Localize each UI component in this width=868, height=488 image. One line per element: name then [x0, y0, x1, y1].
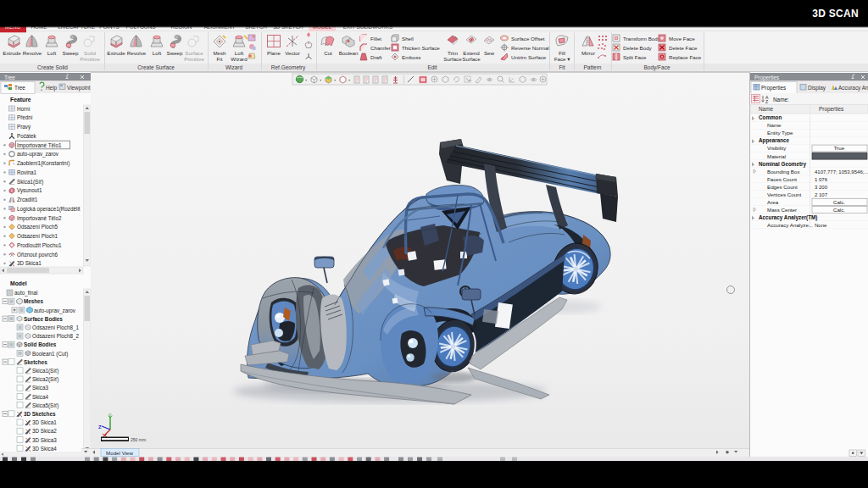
svg-text:Surface: Surface	[443, 56, 462, 62]
svg-text:Sweep: Sweep	[167, 50, 183, 56]
svg-text:Sew: Sew	[484, 50, 495, 56]
svg-text:Rovina1: Rovina1	[17, 169, 37, 175]
svg-text:3D Sketches: 3D Sketches	[24, 411, 56, 417]
svg-text:Skica1(Síť): Skica1(Síť)	[32, 368, 58, 374]
svg-text:Skica1(Síť): Skica1(Síť)	[17, 179, 43, 186]
svg-text:3D Skica1: 3D Skica1	[32, 419, 57, 425]
svg-text:None: None	[815, 223, 827, 228]
svg-text:Calc.: Calc.	[833, 207, 845, 213]
svg-text:Model View: Model View	[106, 450, 133, 456]
svg-text:Properties: Properties	[761, 85, 786, 92]
svg-text:250 mm: 250 mm	[131, 437, 146, 442]
svg-text:Emboss: Emboss	[402, 54, 420, 60]
svg-text:Accuracy Analyze...: Accuracy Analyze...	[767, 222, 813, 228]
svg-text:Cut: Cut	[324, 50, 332, 56]
svg-text:Ref.Geometry: Ref.Geometry	[271, 64, 306, 71]
svg-text:3D Skica1: 3D Skica1	[17, 260, 42, 266]
svg-text:Edit: Edit	[427, 64, 437, 70]
svg-text:Reverse Normal: Reverse Normal	[511, 45, 549, 51]
svg-text:Skica2(Síť): Skica2(Síť)	[32, 376, 58, 383]
svg-text:Faces Count: Faces Count	[767, 176, 797, 182]
svg-text:Boolean: Boolean	[339, 50, 359, 56]
svg-text:Tree: Tree	[4, 75, 15, 80]
svg-text:Horní: Horní	[17, 106, 31, 112]
svg-text:Accuracy Analyzer(TM): Accuracy Analyzer(TM)	[759, 214, 817, 221]
svg-text:Surface: Surface	[185, 50, 203, 56]
svg-text:Create Solid: Create Solid	[37, 64, 68, 70]
svg-text:Boolean1 (Cut): Boolean1 (Cut)	[32, 351, 68, 358]
svg-text:Delete Face: Delete Face	[669, 45, 698, 51]
svg-text:2 107: 2 107	[815, 192, 828, 197]
svg-text:Skica3: Skica3	[32, 385, 48, 391]
svg-text:Zaoblení1(Konstantní): Zaoblení1(Konstantní)	[17, 160, 70, 167]
svg-text:Vysunout1: Vysunout1	[17, 187, 42, 194]
svg-text:Skica5(Síť): Skica5(Síť)	[32, 402, 58, 409]
svg-text:Model: Model	[10, 280, 27, 286]
svg-text:Prodloužit Plochu1: Prodloužit Plochu1	[17, 242, 62, 248]
svg-text:Move Face: Move Face	[669, 36, 695, 42]
svg-text:Face ▾: Face ▾	[554, 56, 570, 62]
svg-text:Feature: Feature	[10, 97, 31, 103]
svg-text:Ořiznout povrch6: Ořiznout povrch6	[17, 252, 58, 258]
svg-text:Odsazení Ploch8_2: Odsazení Ploch8_2	[32, 333, 79, 340]
svg-text:3D Skica2: 3D Skica2	[32, 428, 57, 434]
svg-text:Thicken Surface: Thicken Surface	[402, 45, 440, 51]
svg-text:Meshes: Meshes	[24, 298, 44, 304]
svg-text:Mass Center: Mass Center	[767, 207, 797, 213]
svg-text:Properties: Properties	[754, 75, 779, 81]
svg-text:Sketches: Sketches	[24, 359, 47, 365]
svg-text:Fill: Fill	[559, 50, 565, 56]
svg-text:Z: Z	[98, 424, 102, 430]
svg-text:3D Skica3: 3D Skica3	[32, 437, 57, 443]
svg-text:Surface Bodies: Surface Bodies	[24, 316, 63, 322]
svg-text:Z: Z	[765, 99, 768, 104]
svg-text:auto-uprav_zarov: auto-uprav_zarov	[17, 151, 59, 158]
svg-text:Chamfer: Chamfer	[370, 45, 391, 51]
svg-text:Appearance: Appearance	[759, 137, 790, 144]
svg-text:Solid: Solid	[84, 50, 96, 56]
svg-text:3 200: 3 200	[815, 185, 828, 190]
svg-text:Počátek: Počátek	[17, 133, 37, 139]
svg-text:Replace Face: Replace Face	[669, 54, 702, 60]
svg-text:Fillet: Fillet	[370, 36, 381, 42]
svg-text:Help: Help	[46, 85, 58, 92]
svg-text:Material: Material	[767, 153, 786, 159]
svg-text:Untrim Surface: Untrim Surface	[511, 54, 547, 60]
svg-text:Vertices Count: Vertices Count	[767, 191, 802, 197]
svg-text:Pattern: Pattern	[584, 64, 602, 70]
svg-text:Display: Display	[808, 85, 826, 92]
svg-text:Importované Tělo2: Importované Tělo2	[17, 215, 62, 222]
svg-text:Extrude: Extrude	[107, 50, 125, 56]
svg-text:Extrude: Extrude	[3, 50, 21, 56]
svg-text:Name: Name	[767, 122, 782, 128]
svg-text:Mirror: Mirror	[581, 50, 595, 56]
svg-text:Create Surface: Create Surface	[137, 64, 175, 70]
svg-text:Wizard: Wizard	[231, 56, 248, 62]
svg-text:Revolve: Revolve	[127, 50, 147, 56]
svg-text:Tree: Tree	[14, 85, 25, 91]
svg-text:Sweep: Sweep	[63, 50, 79, 56]
svg-text:Revolve: Revolve	[23, 50, 42, 56]
svg-text:Shell: Shell	[402, 36, 414, 42]
svg-text:Delete Body: Delete Body	[623, 45, 653, 51]
svg-text:Edges Count: Edges Count	[767, 184, 798, 190]
svg-text:Primitive: Primitive	[184, 56, 204, 62]
svg-text:Trim: Trim	[448, 50, 458, 56]
svg-text:Accuracy Analy...: Accuracy Analy...	[838, 85, 868, 92]
svg-text:Primitive: Primitive	[80, 56, 100, 62]
svg-text:Fit: Fit	[217, 56, 223, 62]
svg-text:Area: Area	[767, 199, 779, 205]
svg-text:Pravý: Pravý	[17, 124, 31, 130]
svg-text:Zrcadlit1: Zrcadlit1	[17, 197, 38, 202]
svg-text:Name: Name	[759, 106, 773, 112]
svg-text:auto_final: auto_final	[14, 290, 37, 297]
svg-text:Přední: Přední	[17, 114, 33, 120]
svg-text:Wizard: Wizard	[225, 64, 243, 70]
svg-text:Surface: Surface	[462, 56, 481, 62]
svg-text:Fit: Fit	[559, 64, 565, 70]
svg-text:Transform Body: Transform Body	[623, 36, 661, 42]
svg-text:Calc.: Calc.	[833, 199, 845, 205]
svg-text:Name:: Name:	[773, 97, 789, 103]
svg-text:Importované Tělo1: Importované Tělo1	[17, 142, 62, 149]
svg-text:Split Face: Split Face	[623, 54, 647, 60]
